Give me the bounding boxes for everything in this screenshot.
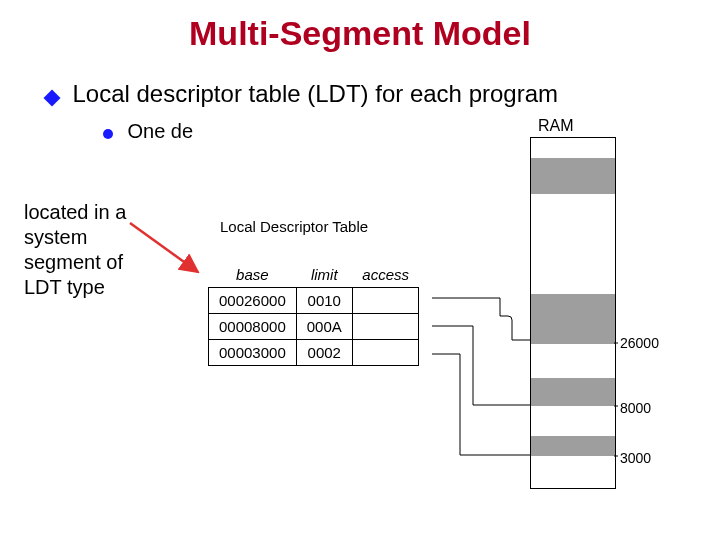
cell-access xyxy=(352,314,419,340)
ram-label: RAM xyxy=(538,117,574,135)
th-limit: limit xyxy=(296,262,352,288)
cell-access xyxy=(352,340,419,366)
cell-base: 00003000 xyxy=(209,340,297,366)
th-access: access xyxy=(352,262,419,288)
bullet-sub-text: One de xyxy=(127,120,193,142)
ram-tick-label: 26000 xyxy=(620,335,659,351)
diamond-icon xyxy=(44,89,61,106)
ram-tick-label: 8000 xyxy=(620,400,651,416)
ram-column xyxy=(530,137,616,489)
cell-limit: 0002 xyxy=(296,340,352,366)
slide: Multi-Segment Model Local descriptor tab… xyxy=(0,0,720,540)
bullet-main: Local descriptor table (LDT) for each pr… xyxy=(46,80,558,108)
annotation-text-inner: located in a system segment of LDT type xyxy=(24,201,126,298)
bullet-main-text: Local descriptor table (LDT) for each pr… xyxy=(72,80,558,107)
dot-icon xyxy=(103,129,113,139)
ram-segment xyxy=(531,158,615,194)
ldt-table: base limit access 00026000 0010 00008000… xyxy=(208,262,419,366)
ram-segment xyxy=(531,294,615,344)
slide-title: Multi-Segment Model xyxy=(0,14,720,53)
ram-tick-label: 3000 xyxy=(620,450,651,466)
cell-base: 00026000 xyxy=(209,288,297,314)
table-header-row: base limit access xyxy=(209,262,419,288)
cell-base: 00008000 xyxy=(209,314,297,340)
cell-limit: 000A xyxy=(296,314,352,340)
ram-segment xyxy=(531,436,615,456)
table-row: 00026000 0010 xyxy=(209,288,419,314)
cell-access xyxy=(352,288,419,314)
annotation-text: located in a system segment of LDT type xyxy=(24,200,126,300)
bullet-sub: One de xyxy=(103,120,193,143)
th-base: base xyxy=(209,262,297,288)
table-caption: Local Descriptor Table xyxy=(220,218,368,235)
ram-segment xyxy=(531,378,615,406)
table-row: 00003000 0002 xyxy=(209,340,419,366)
table-row: 00008000 000A xyxy=(209,314,419,340)
cell-limit: 0010 xyxy=(296,288,352,314)
arrow-icon xyxy=(130,223,198,272)
